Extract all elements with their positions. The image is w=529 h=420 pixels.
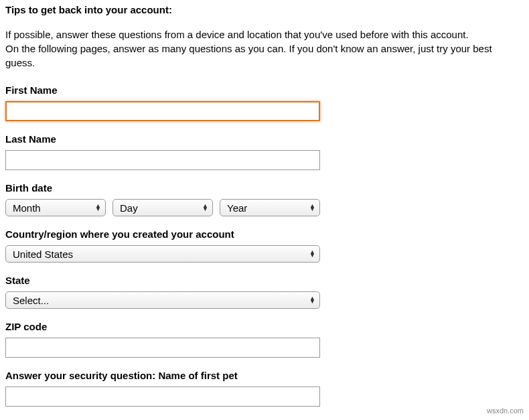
country-label: Country/region where you created your ac… xyxy=(5,228,524,240)
country-select-value: United States xyxy=(13,249,73,260)
tips-text: If possible, answer these questions from… xyxy=(5,27,524,70)
select-arrows-icon: ▲▼ xyxy=(309,251,315,257)
month-select-value: Month xyxy=(13,202,41,214)
zip-input[interactable] xyxy=(5,338,320,358)
first-name-input[interactable] xyxy=(5,101,320,121)
security-answer-input[interactable] xyxy=(5,387,320,407)
year-select-value: Year xyxy=(227,202,247,214)
country-select[interactable]: United States ▲▼ xyxy=(5,245,320,263)
tips-line-2: On the following pages, answer as many q… xyxy=(5,42,524,70)
state-select-value: Select... xyxy=(13,295,49,306)
birth-date-label: Birth date xyxy=(5,182,524,194)
year-select[interactable]: Year ▲▼ xyxy=(220,199,320,216)
tips-line-1: If possible, answer these questions from… xyxy=(5,27,524,42)
select-arrows-icon: ▲▼ xyxy=(309,204,315,211)
last-name-label: Last Name xyxy=(5,133,524,145)
state-label: State xyxy=(5,275,524,286)
first-name-label: First Name xyxy=(5,84,524,96)
day-select-value: Day xyxy=(120,202,138,214)
day-select[interactable]: Day ▲▼ xyxy=(112,199,213,216)
security-question-label: Answer your security question: Name of f… xyxy=(5,370,524,381)
watermark-text: wsxdn.com xyxy=(487,407,524,415)
page-title: Tips to get back into your account: xyxy=(5,4,524,15)
last-name-input[interactable] xyxy=(5,150,320,170)
select-arrows-icon: ▲▼ xyxy=(202,204,208,211)
month-select[interactable]: Month ▲▼ xyxy=(5,199,106,216)
state-select[interactable]: Select... ▲▼ xyxy=(5,291,320,309)
select-arrows-icon: ▲▼ xyxy=(309,297,315,303)
select-arrows-icon: ▲▼ xyxy=(95,204,101,211)
zip-label: ZIP code xyxy=(5,321,524,332)
